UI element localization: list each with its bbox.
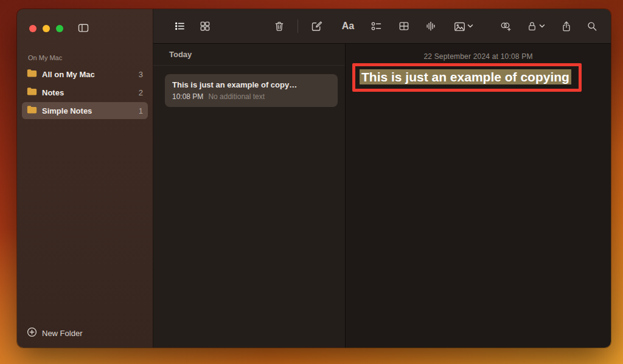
chevron-down-icon bbox=[539, 24, 545, 29]
note-item-meta: 10:08 PM No additional text bbox=[172, 92, 330, 101]
toolbar-divider bbox=[298, 19, 298, 33]
folder-icon bbox=[27, 105, 37, 116]
minimize-window-button[interactable] bbox=[43, 25, 50, 32]
sidebar-section-header: On My Mac bbox=[28, 54, 153, 61]
note-item-title: This is just an example of copy… bbox=[172, 80, 330, 89]
search-button[interactable] bbox=[583, 18, 601, 35]
new-folder-label: New Folder bbox=[42, 329, 82, 338]
sidebar: On My Mac All on My Mac 3 Notes 2 S bbox=[17, 9, 153, 348]
desktop-wallpaper: On My Mac All on My Mac 3 Notes 2 S bbox=[0, 0, 623, 364]
notes-window: On My Mac All on My Mac 3 Notes 2 S bbox=[17, 9, 611, 348]
folder-count: 2 bbox=[139, 88, 143, 97]
list-view-button[interactable] bbox=[170, 18, 189, 35]
annotation-highlight-box: This is just an example of copying bbox=[352, 63, 582, 92]
toolbar: Aa bbox=[153, 9, 611, 44]
sidebar-toggle-button[interactable] bbox=[77, 22, 90, 36]
note-editor[interactable]: 22 September 2024 at 10:08 PM This is ju… bbox=[346, 44, 611, 348]
folder-count: 1 bbox=[139, 106, 143, 115]
checklist-button[interactable] bbox=[367, 18, 385, 35]
folder-count: 3 bbox=[139, 70, 143, 79]
folder-icon bbox=[27, 87, 37, 98]
zoom-window-button[interactable] bbox=[56, 25, 63, 32]
lock-button[interactable] bbox=[521, 18, 549, 35]
format-button[interactable]: Aa bbox=[339, 18, 357, 35]
folder-label: Simple Notes bbox=[42, 106, 92, 115]
media-button[interactable] bbox=[448, 18, 478, 35]
notes-list: Today This is just an example of copy… 1… bbox=[153, 44, 346, 348]
compose-note-button[interactable] bbox=[307, 18, 325, 35]
link-button[interactable] bbox=[496, 18, 514, 35]
note-title-selected-text[interactable]: This is just an example of copying bbox=[360, 69, 571, 84]
sidebar-toggle-icon bbox=[77, 22, 90, 36]
note-timestamp: 22 September 2024 at 10:08 PM bbox=[346, 52, 611, 61]
delete-note-button[interactable] bbox=[270, 18, 288, 35]
new-folder-button[interactable]: New Folder bbox=[27, 327, 82, 339]
folder-icon bbox=[27, 69, 37, 80]
gallery-view-button[interactable] bbox=[196, 18, 214, 35]
lock-icon bbox=[526, 20, 538, 32]
sidebar-footer: New Folder bbox=[27, 327, 82, 339]
note-item-time: 10:08 PM bbox=[172, 92, 203, 101]
window-controls bbox=[29, 25, 63, 32]
sidebar-item-simple-notes[interactable]: Simple Notes 1 bbox=[22, 102, 148, 119]
chevron-down-icon bbox=[467, 24, 473, 29]
audio-graph-icon[interactable] bbox=[422, 18, 440, 35]
folder-label: All on My Mac bbox=[42, 70, 95, 79]
folder-label: Notes bbox=[42, 88, 64, 97]
sidebar-item-all-on-my-mac[interactable]: All on My Mac 3 bbox=[22, 66, 148, 83]
table-button[interactable] bbox=[395, 18, 413, 35]
sidebar-titlebar bbox=[17, 9, 153, 48]
share-button[interactable] bbox=[557, 18, 576, 35]
sidebar-item-notes[interactable]: Notes 2 bbox=[22, 84, 148, 101]
main-area: Aa bbox=[153, 9, 611, 348]
note-list-item[interactable]: This is just an example of copy… 10:08 P… bbox=[165, 74, 338, 107]
note-item-preview: No additional text bbox=[208, 92, 265, 101]
notes-list-header: Today bbox=[153, 44, 345, 66]
plus-circle-icon bbox=[27, 327, 37, 339]
photo-icon bbox=[453, 21, 466, 32]
close-window-button[interactable] bbox=[29, 25, 37, 32]
content-area: Today This is just an example of copy… 1… bbox=[153, 44, 611, 348]
